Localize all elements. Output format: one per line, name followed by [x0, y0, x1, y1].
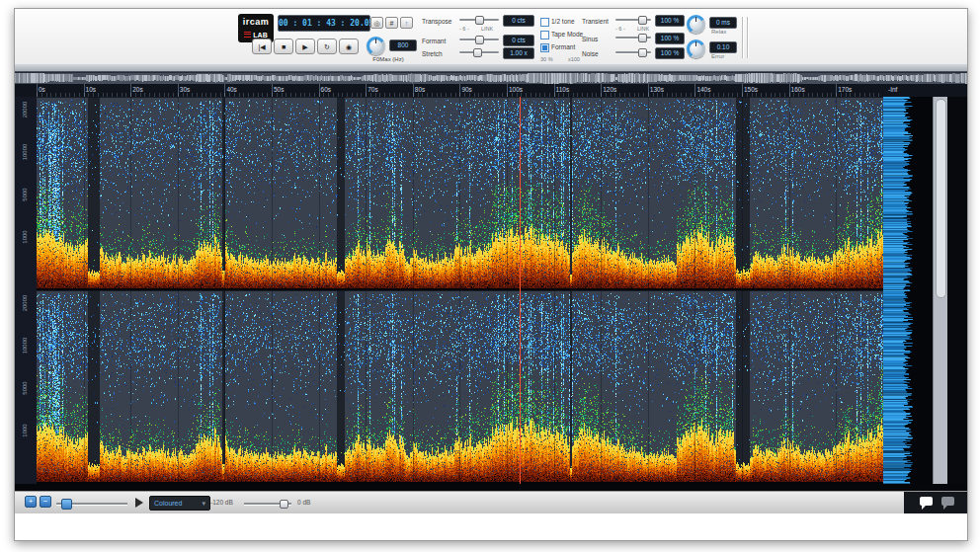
frequency-tick-label: 10000 — [22, 139, 28, 165]
frequency-tick-label: 20000 — [22, 97, 28, 122]
playhead[interactable] — [520, 97, 521, 484]
frequency-tick-label: 20000 — [22, 290, 28, 316]
ruler-end-label: -Inf — [888, 86, 897, 93]
spectrogram-area[interactable]: 200001000050001000200001000050001000 — [15, 97, 967, 484]
half-tone-checkbox[interactable] — [540, 18, 549, 27]
ruler-label: 80s — [415, 86, 425, 93]
stretch-range-high: x100 — [568, 56, 580, 62]
ruler-label: 110s — [556, 86, 570, 93]
vertical-scrollbar-thumb[interactable] — [936, 99, 946, 298]
rewind-button[interactable]: |◀ — [252, 39, 272, 54]
db-range-slider[interactable] — [244, 499, 291, 508]
transient-slider[interactable] — [615, 15, 651, 24]
zoom-slider[interactable] — [56, 499, 127, 508]
display-mode-dropdown[interactable]: Coloured ▾ — [149, 496, 210, 511]
noise-label: Noise — [582, 50, 599, 57]
semitone-button[interactable]: # — [385, 17, 398, 29]
zoom-in-button[interactable]: + — [25, 496, 37, 508]
chevron-down-icon: ▾ — [202, 497, 205, 510]
transient-label: Transient — [582, 18, 609, 25]
ruler-label: 70s — [368, 86, 377, 93]
formant-checkbox[interactable] — [540, 43, 549, 52]
waveform-overview[interactable] — [15, 71, 967, 84]
frequency-tick-label: 1000 — [22, 418, 28, 443]
stretch-slider[interactable] — [459, 47, 499, 56]
ruler-label: 60s — [321, 86, 331, 93]
arrow-up-button[interactable]: ↑ — [400, 17, 413, 29]
zoom-slider-thumb[interactable] — [61, 499, 72, 510]
noise-slider[interactable] — [615, 47, 651, 56]
spectrogram-canvas[interactable] — [37, 97, 933, 484]
power-button[interactable]: ◎ — [370, 17, 383, 29]
error-label: Error — [711, 53, 724, 59]
noise-value[interactable]: 100 % — [655, 47, 685, 59]
stop-button[interactable]: ■ — [274, 39, 293, 54]
toolbar-divider — [747, 17, 748, 58]
ruler-label: 150s — [744, 86, 758, 93]
frequency-axis: 200001000050001000200001000050001000 — [15, 97, 37, 484]
db-range-thumb[interactable] — [280, 500, 288, 509]
vertical-scrollbar[interactable] — [933, 97, 947, 484]
frequency-tick-label: 1000 — [22, 224, 28, 250]
ruler-label: 30s — [180, 86, 190, 93]
relax-knob[interactable] — [687, 15, 705, 34]
record-button[interactable]: ◉ — [339, 39, 359, 54]
stretch-value[interactable]: 1.00 x — [503, 47, 534, 59]
ruler-label: 10s — [86, 86, 96, 93]
time-ruler[interactable]: -Inf 0s10s20s30s40s50s60s70s80s90s100s11… — [15, 84, 967, 97]
toolbar: ircam LAB 00 : 01 : 43 : 20.05 ◎ # ↑ |◀ … — [15, 9, 967, 65]
transpose-link-text: - 6 - LINK — [459, 26, 493, 32]
timecode-display: 00 : 01 : 43 : 20.05 — [278, 15, 370, 32]
bottom-edge-strip — [15, 484, 967, 491]
ruler-label: 0s — [39, 86, 45, 93]
ruler-label: 90s — [461, 86, 471, 93]
engine-link-text: - 6 - LINK — [615, 26, 649, 32]
stretch-range-low: 30 % — [540, 56, 553, 62]
ruler-label: 170s — [838, 86, 852, 93]
transpose-value[interactable]: 0 cts — [503, 15, 534, 27]
ruler-label: 20s — [132, 86, 142, 93]
bottom-toolbar: + − Coloured ▾ -120 dB 0 dB — [15, 491, 967, 513]
ruler-label: 130s — [650, 86, 664, 93]
half-tone-label: 1/2 tone — [551, 18, 575, 25]
right-gutter — [947, 97, 967, 484]
f0max-knob[interactable] — [367, 37, 385, 55]
comment-bubble-icon[interactable] — [920, 497, 933, 506]
f0max-label: F0Max (Hz) — [361, 56, 416, 62]
relax-value[interactable]: 0 ms — [709, 17, 737, 29]
error-knob[interactable] — [687, 39, 705, 58]
transpose-label: Transpose — [422, 18, 451, 25]
play-button[interactable]: ▶ — [295, 39, 315, 54]
loop-button[interactable]: ↻ — [317, 39, 337, 54]
frequency-tick-label: 5000 — [22, 182, 28, 207]
display-mode-value: Coloured — [154, 497, 182, 510]
ruler-label: 100s — [509, 86, 523, 93]
transient-value[interactable]: 100 % — [655, 15, 685, 27]
lab-stripes-icon — [244, 32, 251, 39]
frequency-tick-label: 5000 — [22, 375, 28, 401]
f0max-value[interactable]: 800 — [389, 39, 417, 51]
error-value[interactable]: 0.10 — [709, 41, 737, 53]
sinus-slider[interactable] — [615, 33, 651, 41]
formant-checkbox-label: Formant — [551, 43, 575, 50]
transpose-slider[interactable] — [459, 15, 499, 24]
ruler-label: 50s — [274, 86, 284, 93]
toolbar-divider — [742, 17, 743, 58]
mini-play-icon[interactable] — [135, 498, 143, 508]
relax-label: Relax — [711, 29, 726, 35]
stretch-label: Stretch — [422, 50, 443, 57]
app-window: ircam LAB 00 : 01 : 43 : 20.05 ◎ # ↑ |◀ … — [14, 8, 968, 541]
formant-slider-label: Formant — [422, 38, 446, 44]
comment-bubble-secondary-icon[interactable] — [941, 497, 954, 506]
tape-mode-label: Tape Mode — [551, 31, 583, 38]
db-high-label: 0 dB — [297, 499, 310, 506]
tape-mode-checkbox[interactable] — [540, 31, 549, 39]
formant-slider[interactable] — [459, 35, 499, 43]
sinus-value[interactable]: 100 % — [655, 33, 685, 44]
ruler-label: 40s — [226, 86, 236, 93]
ruler-label: 160s — [791, 86, 805, 93]
ruler-label: 140s — [696, 86, 710, 93]
bottom-right-panel — [904, 492, 967, 513]
zoom-out-button[interactable]: − — [40, 496, 51, 508]
formant-value[interactable]: 0 cts — [503, 35, 534, 46]
